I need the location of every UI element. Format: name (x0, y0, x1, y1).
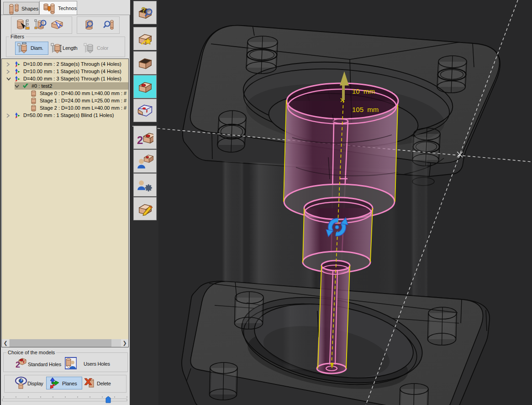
svg-text:10 mm: 10 mm (352, 87, 375, 95)
svg-text:?: ? (142, 6, 146, 14)
svg-text:2: 2 (16, 360, 20, 369)
svg-text:2: 2 (137, 134, 143, 145)
svg-text:105 mm: 105 mm (352, 106, 379, 113)
